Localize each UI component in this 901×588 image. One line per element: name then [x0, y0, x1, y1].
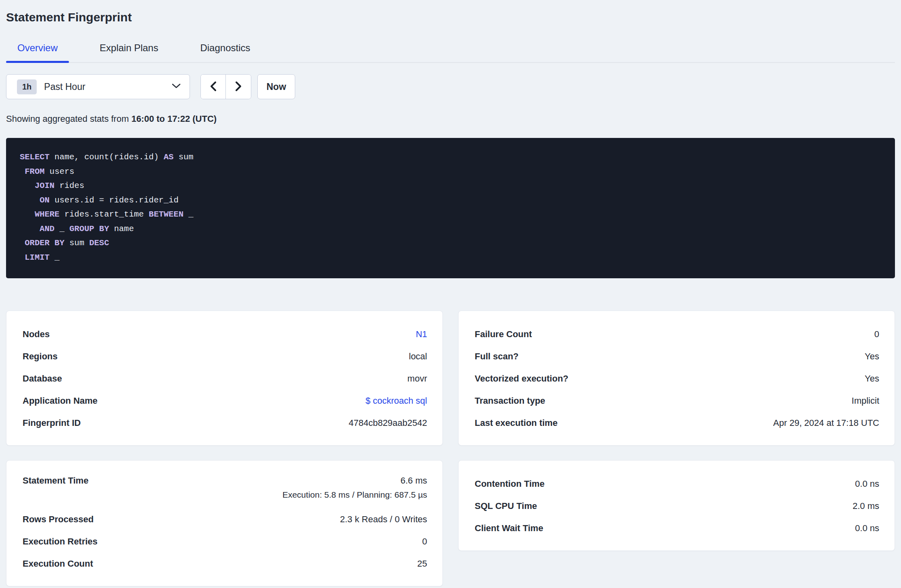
card-row: Last execution timeApr 29, 2024 at 17:18…: [475, 412, 879, 434]
sql-line: WHERE rides.start_time BETWEEN _: [20, 207, 881, 222]
sql-text: [20, 181, 35, 190]
tab-explain-plans[interactable]: Explain Plans: [88, 43, 169, 62]
card-row: Transaction typeImplicit: [475, 390, 879, 412]
sql-line: SELECT name, count(rides.id) AS sum: [20, 150, 881, 165]
row-subvalue: Execution: 5.8 ms / Planning: 687.5 µs: [282, 489, 427, 501]
page-title: Statement Fingerprint: [6, 10, 895, 25]
row-label: Nodes: [23, 329, 50, 340]
card-row: Fingerprint ID4784cb829aab2542: [23, 412, 427, 434]
row-value: 2.0 ms: [853, 501, 879, 511]
row-label: Fingerprint ID: [23, 418, 81, 428]
card-row: Statement Time6.6 msExecution: 5.8 ms / …: [23, 473, 427, 508]
card-row: NodesN1: [23, 323, 427, 345]
row-label: Vectorized execution?: [475, 373, 568, 384]
card-row: Regionslocal: [23, 345, 427, 367]
sql-text: name, count(rides.id): [50, 152, 164, 162]
summary-cards: NodesN1RegionslocalDatabasemovrApplicati…: [6, 311, 895, 586]
card-row: Client Wait Time0.0 ns: [475, 517, 879, 539]
sql-line: ORDER BY sum DESC: [20, 236, 881, 250]
sql-text: [20, 224, 40, 234]
row-value: 0.0 ns: [855, 523, 879, 534]
sql-text: sum: [173, 152, 193, 162]
next-range-button[interactable]: [226, 75, 251, 99]
sql-keyword: GROUP BY: [69, 224, 109, 234]
sql-text: [20, 167, 25, 176]
card-row: Execution Retries0: [23, 530, 427, 553]
row-label: Regions: [23, 351, 58, 362]
row-label: Execution Count: [23, 559, 93, 569]
sql-text: [20, 238, 25, 248]
row-label: Database: [23, 373, 62, 384]
row-value: 0: [874, 329, 879, 340]
sql-text: [20, 210, 35, 219]
sql-text: _: [50, 253, 60, 262]
sql-text: [20, 196, 40, 205]
row-value: 0: [422, 536, 427, 547]
sql-keyword: BETWEEN: [149, 210, 184, 219]
sql-statement: SELECT name, count(rides.id) AS sum FROM…: [6, 138, 895, 278]
time-range-dropdown[interactable]: 1h Past Hour: [6, 74, 190, 99]
row-value: local: [409, 351, 427, 362]
row-value: Apr 29, 2024 at 17:18 UTC: [773, 418, 879, 428]
sql-keyword: AND: [40, 224, 54, 234]
sql-text: rides: [54, 181, 84, 190]
row-value: movr: [407, 373, 427, 384]
card-row: Vectorized execution?Yes: [475, 367, 879, 390]
caption-time-range: 16:00 to 17:22 (UTC): [131, 114, 217, 124]
row-label: SQL CPU Time: [475, 501, 537, 511]
tab-bar: OverviewExplain PlansDiagnostics: [6, 43, 895, 63]
row-value-link[interactable]: $ cockroach sql: [365, 396, 427, 406]
sql-line: LIMIT _: [20, 250, 881, 265]
tab-overview[interactable]: Overview: [6, 43, 69, 62]
card-row: Contention Time0.0 ns: [475, 473, 879, 495]
sql-text: [20, 253, 25, 262]
sql-line: JOIN rides: [20, 179, 881, 193]
row-value: Yes: [865, 373, 879, 384]
prev-range-button[interactable]: [201, 75, 226, 99]
row-value-link[interactable]: N1: [416, 329, 427, 340]
row-label: Application Name: [23, 396, 98, 406]
card-row: SQL CPU Time2.0 ms: [475, 495, 879, 517]
card-row: Application Name$ cockroach sql: [23, 390, 427, 412]
row-value: 0.0 ns: [855, 479, 879, 489]
now-button[interactable]: Now: [257, 74, 295, 99]
row-value-stack: 6.6 msExecution: 5.8 ms / Planning: 687.…: [282, 473, 427, 501]
sql-keyword: WHERE: [35, 210, 60, 219]
row-value: 6.6 ms: [282, 473, 427, 489]
sql-text: _: [184, 210, 194, 219]
row-label: Failure Count: [475, 329, 532, 340]
sql-text: rides.start_time: [59, 210, 148, 219]
sql-keyword: ORDER BY: [25, 238, 64, 248]
card-row: Execution Count25: [23, 553, 427, 575]
chevron-right-icon: [234, 81, 243, 93]
sql-text: _: [54, 224, 69, 234]
sql-keyword: JOIN: [35, 181, 54, 190]
sql-text: name: [109, 224, 134, 234]
sql-keyword: AS: [164, 152, 174, 162]
row-label: Execution Retries: [23, 536, 98, 547]
chevron-left-icon: [209, 81, 218, 93]
row-value: 2.3 k Reads / 0 Writes: [340, 514, 427, 525]
row-value: 4784cb829aab2542: [348, 418, 427, 428]
sql-line: ON users.id = rides.rider_id: [20, 193, 881, 208]
sql-text: sum: [65, 238, 90, 248]
sql-line: AND _ GROUP BY name: [20, 222, 881, 236]
time-interval-badge: 1h: [17, 79, 37, 94]
time-range-arrows: [200, 74, 251, 99]
time-range-label: Past Hour: [44, 81, 85, 92]
row-value: Yes: [865, 351, 879, 362]
tab-diagnostics[interactable]: Diagnostics: [189, 43, 261, 62]
sql-keyword: DESC: [89, 238, 109, 248]
row-label: Full scan?: [475, 351, 519, 362]
card-row: Databasemovr: [23, 367, 427, 390]
row-label: Contention Time: [475, 479, 544, 489]
aggregated-stats-caption: Showing aggregated stats from 16:00 to 1…: [6, 114, 895, 124]
card-row: Rows Processed2.3 k Reads / 0 Writes: [23, 508, 427, 530]
sql-keyword: SELECT: [20, 152, 50, 162]
row-value: 25: [417, 559, 427, 569]
chevron-down-icon: [172, 83, 181, 90]
row-label: Statement Time: [23, 473, 88, 489]
row-label: Client Wait Time: [475, 523, 543, 534]
card-execution-stats: Statement Time6.6 msExecution: 5.8 ms / …: [6, 460, 443, 586]
statement-fingerprint-page: Statement Fingerprint OverviewExplain Pl…: [0, 10, 901, 586]
